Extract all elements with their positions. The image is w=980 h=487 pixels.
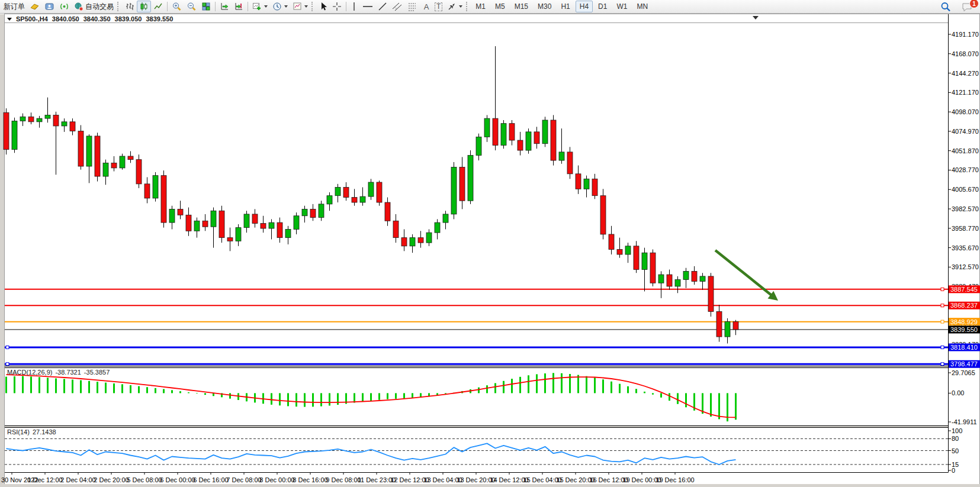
symbol-label: SP500-,H4: [16, 15, 48, 22]
timeframe-H4[interactable]: H4: [576, 1, 593, 12]
svg-text:3848.929: 3848.929: [950, 318, 978, 325]
crosshair-button[interactable]: [330, 1, 344, 12]
profile-button[interactable]: [42, 1, 57, 12]
indicators-button[interactable]: [250, 1, 270, 12]
autotrading-icon: [74, 2, 84, 11]
ohlc-low: 3839.050: [115, 15, 142, 22]
svg-text:0.00: 0.00: [952, 389, 964, 396]
toolbar-grip: [117, 2, 120, 11]
chart-shift-button[interactable]: [232, 1, 246, 12]
trendline-button[interactable]: [375, 1, 390, 12]
chart-canvas[interactable]: 4191.1704168.0704144.2704121.1704098.070…: [0, 0, 980, 487]
trendline-icon: [378, 2, 387, 11]
gold-account-button[interactable]: [27, 1, 42, 12]
svg-text:4005.670: 4005.670: [952, 186, 979, 193]
timeframe-H1[interactable]: H1: [557, 1, 574, 12]
svg-text:1 Dec 12:00: 1 Dec 12:00: [27, 476, 62, 483]
svg-text:2 Dec 20:00: 2 Dec 20:00: [94, 476, 128, 483]
timeframe-M30[interactable]: M30: [534, 1, 555, 12]
periods-button[interactable]: [270, 1, 290, 12]
svg-text:4168.070: 4168.070: [952, 50, 979, 57]
zoom-out-button[interactable]: [184, 1, 199, 12]
svg-text:-41.9911: -41.9911: [952, 418, 977, 425]
line-chart-icon: [153, 2, 163, 11]
cursor-icon: [319, 2, 327, 11]
gold-account-icon: [30, 2, 40, 11]
timeframe-M5[interactable]: M5: [491, 1, 509, 12]
svg-text:7 Dec 08:00: 7 Dec 08:00: [226, 476, 261, 483]
fibonacci-button[interactable]: [405, 1, 420, 12]
search-icon: [940, 2, 951, 12]
timeframe-M1[interactable]: M1: [471, 1, 490, 12]
toolbar-separator: [248, 2, 248, 11]
svg-text:3887.545: 3887.545: [950, 286, 978, 293]
horizontal-line-button[interactable]: [360, 1, 375, 12]
arrows-icon: [447, 2, 457, 11]
equidistant-channel-icon: [392, 2, 403, 11]
timeframe-MN[interactable]: MN: [632, 1, 652, 12]
signals-button[interactable]: [57, 1, 72, 12]
symbol-dropdown-icon[interactable]: [7, 18, 12, 21]
periods-icon: [272, 2, 282, 11]
tile-windows-button[interactable]: [199, 1, 213, 12]
zoom-in-icon: [172, 2, 182, 11]
new-order-button[interactable]: 新订单: [1, 1, 27, 12]
macd-indicator-title: MACD(12,26,9) -38.7321 -35.3857: [7, 369, 110, 376]
search-button[interactable]: [938, 1, 953, 12]
line-chart-button[interactable]: [151, 1, 165, 12]
candlestick-chart-button[interactable]: [137, 1, 151, 12]
macd-label: MACD(12,26,9): [7, 369, 52, 376]
auto-scroll-button[interactable]: [217, 1, 232, 12]
svg-text:3798.477: 3798.477: [950, 360, 978, 367]
indicators-icon: [252, 2, 262, 11]
text-label-button[interactable]: T: [432, 1, 445, 12]
svg-text:80: 80: [952, 435, 959, 442]
svg-text:8 Dec 16:00: 8 Dec 16:00: [293, 476, 327, 483]
new-order-label: 新订单: [4, 2, 25, 12]
macd-value-signal: -35.3857: [84, 369, 110, 376]
chevron-down-icon: [284, 5, 288, 8]
auto-trading-button[interactable]: 自动交易: [72, 1, 116, 12]
timeframe-D1[interactable]: D1: [594, 1, 611, 12]
templates-button[interactable]: [290, 1, 310, 12]
svg-text:3958.770: 3958.770: [952, 225, 979, 232]
svg-text:19 Dec 16:00: 19 Dec 16:00: [656, 476, 694, 483]
svg-text:50: 50: [952, 447, 959, 454]
svg-text:4051.870: 4051.870: [952, 147, 979, 154]
svg-text:4028.770: 4028.770: [952, 166, 979, 173]
timeframe-W1[interactable]: W1: [612, 1, 631, 12]
svg-text:3818.410: 3818.410: [950, 344, 978, 351]
svg-text:6 Dec 00:00: 6 Dec 00:00: [160, 476, 195, 483]
toolbar-separator: [215, 2, 216, 11]
crosshair-icon: [332, 2, 342, 11]
timeframe-M15[interactable]: M15: [510, 1, 532, 12]
chevron-down-icon: [304, 5, 308, 8]
equidistant-channel-button[interactable]: [390, 1, 405, 12]
chart-symbol-header[interactable]: SP500-,H4 3840.050 3840.350 3839.050 383…: [7, 15, 173, 22]
vertical-line-button[interactable]: [348, 1, 360, 12]
auto-scroll-icon: [220, 2, 229, 11]
notification-badge: 1: [969, 0, 979, 8]
svg-text:5 Dec 08:00: 5 Dec 08:00: [127, 476, 162, 483]
arrows-button[interactable]: [445, 1, 465, 12]
toolbar-separator: [167, 2, 168, 11]
svg-text:8 Dec 00:00: 8 Dec 00:00: [259, 476, 294, 483]
svg-text:4191.170: 4191.170: [952, 31, 979, 38]
svg-text:100: 100: [952, 427, 962, 434]
svg-text:3839.550: 3839.550: [950, 326, 978, 333]
cursor-button[interactable]: [317, 1, 330, 12]
svg-text:3868.237: 3868.237: [950, 302, 978, 309]
text-button[interactable]: A: [420, 1, 432, 12]
chat-button[interactable]: 1: [959, 1, 975, 12]
svg-text:0: 0: [952, 467, 955, 474]
toolbar-right-group: 1: [938, 1, 975, 12]
zoom-in-button[interactable]: [169, 1, 184, 12]
svg-text:3982.570: 3982.570: [952, 205, 979, 212]
svg-text:4121.170: 4121.170: [952, 89, 979, 96]
timeframe-toolbar: M1M5M15M30H1H4D1W1MN: [471, 1, 652, 12]
bar-chart-button[interactable]: [123, 1, 137, 12]
vertical-line-icon: [351, 2, 358, 11]
chevron-down-icon: [264, 5, 268, 8]
chart-shift-icon: [234, 2, 243, 11]
svg-text:3935.670: 3935.670: [952, 244, 979, 251]
